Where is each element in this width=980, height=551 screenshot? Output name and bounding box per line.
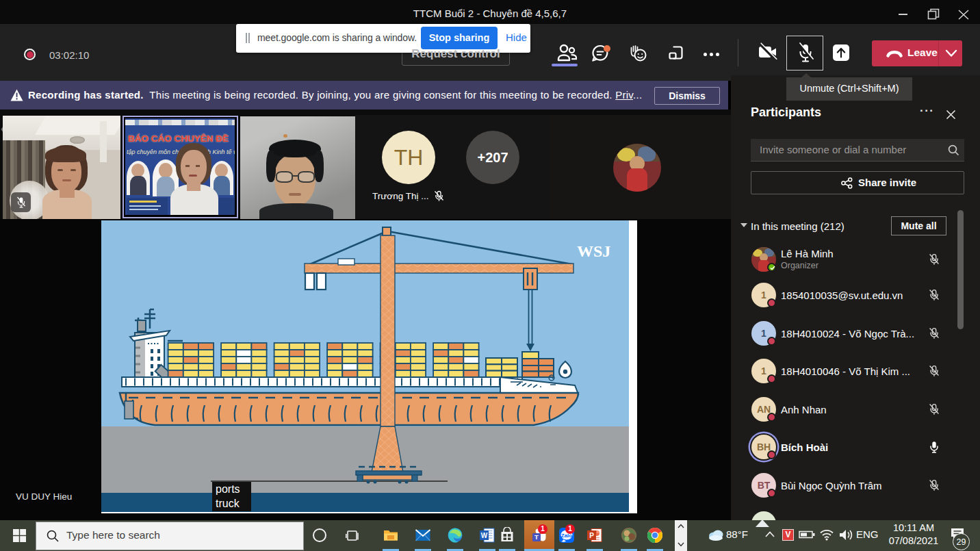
svg-text:W: W <box>481 532 488 539</box>
svg-text:P: P <box>589 532 594 539</box>
svg-text:T: T <box>534 533 539 541</box>
svg-text:WSJ: WSJ <box>577 242 610 260</box>
